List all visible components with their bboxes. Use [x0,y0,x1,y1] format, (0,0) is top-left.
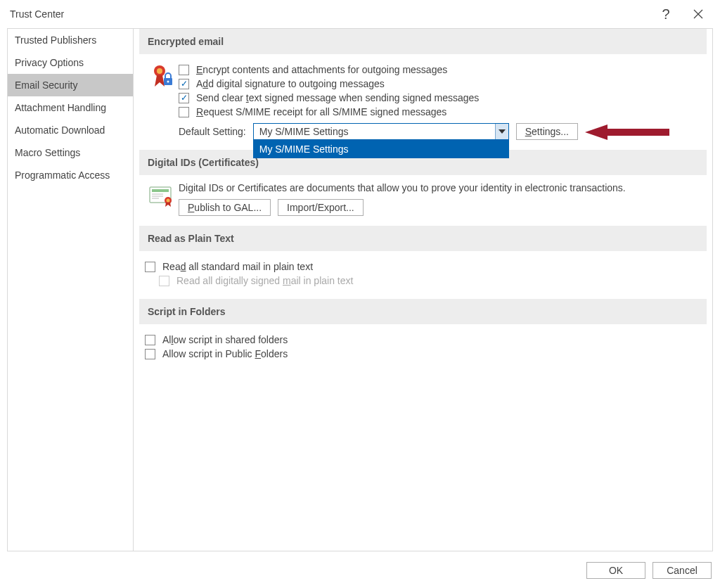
help-icon: ? [662,6,669,23]
import-export-button[interactable]: Import/Export... [278,199,364,216]
sidebar-item-attachment-handling[interactable]: Attachment Handling [8,96,133,119]
sidebar-item-email-security[interactable]: Email Security [8,74,133,96]
section-body-script: Allow script in shared folders Allow scr… [139,324,707,372]
sidebar-item-privacy-options[interactable]: Privacy Options [8,51,133,74]
publish-to-gal-button[interactable]: Publish to GAL... [179,199,271,216]
label-add-signature: Add digital signature to outgoing messag… [196,78,385,89]
default-setting-combo[interactable]: My S/MIME Settings My S/MIME Settings [253,123,509,140]
option-read-signed-plain: Read all digitally signed mail in plain … [159,275,701,286]
checkbox-clear-text[interactable] [179,93,189,103]
section-header-script: Script in Folders [139,299,707,324]
section-header-plain-text: Read as Plain Text [139,226,707,251]
combo-dropdown-list[interactable]: My S/MIME Settings [253,140,509,158]
window-title: Trust Center [10,8,650,20]
checkbox-script-shared[interactable] [145,335,155,345]
cancel-button[interactable]: Cancel [652,562,712,579]
default-setting-label: Default Setting: [179,126,246,137]
certificate-icon [145,182,179,216]
label-request-receipt: Request S/MIME receipt for all S/MIME si… [196,106,446,117]
label-script-public: Allow script in Public Folders [162,348,288,359]
close-button[interactable] [682,0,714,28]
label-encrypt: Encrypt contents and attachments for out… [196,64,447,75]
svg-point-3 [157,68,162,74]
checkbox-script-public[interactable] [145,349,155,359]
digital-ids-description: Digital IDs or Certificates are document… [179,182,701,193]
section-header-encrypted-email: Encrypted email [139,29,707,54]
checkbox-add-signature[interactable] [179,79,189,89]
svg-point-14 [167,199,170,203]
option-read-all-plain[interactable]: Read all standard mail in plain text [145,261,701,272]
titlebar: Trust Center ? [0,0,720,28]
svg-point-5 [167,81,169,83]
sidebar-item-automatic-download[interactable]: Automatic Download [8,119,133,141]
checkbox-encrypt[interactable] [179,65,189,75]
sidebar-item-macro-settings[interactable]: Macro Settings [8,141,133,164]
checkbox-read-signed-plain [159,276,169,286]
ribbon-lock-icon [145,61,179,140]
checkbox-read-all-plain[interactable] [145,262,155,272]
default-setting-row: Default Setting: My S/MIME Settings My S… [179,123,701,140]
section-body-plain-text: Read all standard mail in plain text Rea… [139,251,707,299]
option-script-shared[interactable]: Allow script in shared folders [145,334,701,345]
combo-option-my-smime[interactable]: My S/MIME Settings [254,141,508,158]
dialog-content: Trusted Publishers Privacy Options Email… [0,28,720,556]
settings-button[interactable]: Settings... [516,123,578,140]
label-script-shared: Allow script in shared folders [162,334,288,345]
sidebar: Trusted Publishers Privacy Options Email… [7,28,134,551]
section-body-encrypted-email: Encrypt contents and attachments for out… [139,54,707,150]
sidebar-item-trusted-publishers[interactable]: Trusted Publishers [8,29,133,51]
option-script-public[interactable]: Allow script in Public Folders [145,348,701,359]
combo-selected-value: My S/MIME Settings [254,126,495,137]
option-add-signature[interactable]: Add digital signature to outgoing messag… [179,78,701,89]
help-button[interactable]: ? [650,0,682,28]
close-icon [693,9,703,19]
label-clear-text: Send clear text signed message when send… [196,92,479,103]
combo-dropdown-button[interactable] [495,124,508,139]
settings-panel: Encrypted email Encrypt contents and att… [134,28,713,551]
ok-button[interactable]: OK [586,562,645,579]
section-body-digital-ids: Digital IDs or Certificates are document… [139,175,707,226]
checkbox-request-receipt[interactable] [179,107,189,117]
dialog-footer: OK Cancel [0,556,720,585]
option-clear-text[interactable]: Send clear text signed message when send… [179,92,701,103]
annotation-arrow-icon [585,123,669,141]
chevron-down-icon [499,129,506,134]
option-request-receipt[interactable]: Request S/MIME receipt for all S/MIME si… [179,106,701,117]
svg-marker-7 [585,124,669,140]
option-encrypt-contents[interactable]: Encrypt contents and attachments for out… [179,64,701,75]
label-read-signed-plain: Read all digitally signed mail in plain … [176,275,353,286]
svg-marker-6 [499,129,506,134]
label-read-all-plain: Read all standard mail in plain text [162,261,313,272]
sidebar-item-programmatic-access[interactable]: Programmatic Access [8,164,133,186]
svg-rect-9 [152,189,169,192]
